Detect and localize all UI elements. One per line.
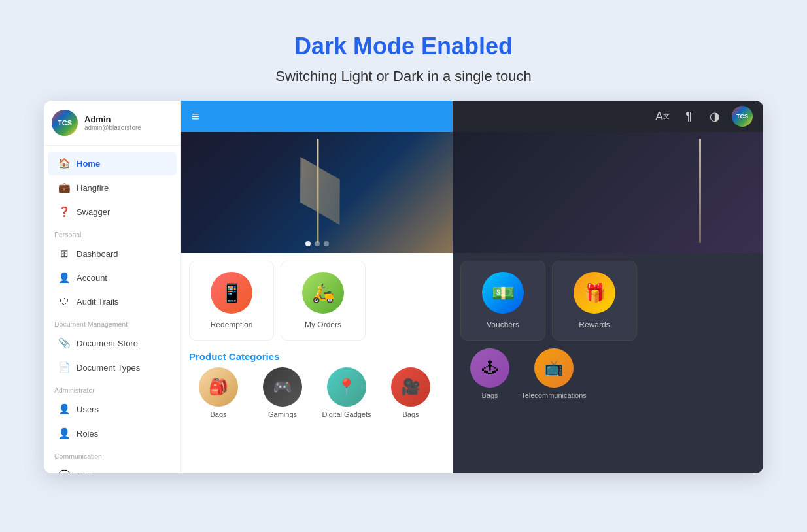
card-redemption[interactable]: 📱 Redemption — [189, 261, 274, 341]
camera-icon: 🎥 — [391, 367, 430, 407]
document-types-icon: 📄 — [58, 361, 70, 373]
hamburger-icon[interactable]: ≡ — [192, 109, 199, 124]
right-pane-dark: A文 ¶ ◑ TCS 💵 Vouchers — [453, 101, 763, 473]
page-subtitle: Switching Light or Dark in a single touc… — [275, 68, 531, 85]
rewards-label: Rewards — [579, 320, 610, 329]
sidebar-nav: 🏠 Home 💼 Hangfire ❓ Swagger Personal ⊞ D… — [44, 146, 180, 473]
sidebar-item-home[interactable]: 🏠 Home — [48, 152, 177, 175]
sidebar-item-swagger[interactable]: ❓ Swagger — [48, 200, 177, 224]
page-title: Dark Mode Enabled — [294, 33, 513, 60]
sidebar-item-users[interactable]: 👤 Users — [48, 397, 177, 421]
gameboy-icon: 🕹 — [470, 348, 509, 388]
gamings-icon: 🎮 — [263, 367, 302, 407]
card-vouchers[interactable]: 💵 Vouchers — [460, 261, 545, 341]
topbar-avatar[interactable]: TCS — [732, 106, 753, 127]
redemption-label: Redemption — [211, 320, 253, 329]
sidebar: TCS Admin admin@blazorstore 🏠 Home 💼 Han… — [44, 101, 181, 473]
topbar-light: ≡ — [181, 101, 453, 132]
hero-banner-dark — [453, 132, 763, 253]
cat-digital-gadgets[interactable]: 📍 Digital Gadgets — [317, 367, 376, 418]
app-window: TCS Admin admin@blazorstore 🏠 Home 💼 Han… — [44, 101, 763, 473]
cat-gameboy[interactable]: 🕹 Bags — [460, 348, 519, 399]
dot-1[interactable] — [305, 241, 311, 246]
hero-banner-light — [181, 132, 453, 253]
cards-section-light: 📱 Redemption 🛵 My Orders — [181, 253, 453, 348]
section-personal: Personal — [44, 224, 180, 241]
telecom-icon: 📺 — [534, 348, 574, 388]
my-orders-icon: 🛵 — [302, 272, 344, 314]
card-rewards[interactable]: 🎁 Rewards — [552, 261, 637, 341]
account-icon: 👤 — [58, 272, 70, 284]
bags-label: Bags — [210, 410, 226, 418]
dark-mode-icon[interactable]: ◑ — [706, 107, 724, 125]
telecommunications-label: Telecommunications — [521, 391, 587, 399]
outer-container: Dark Mode Enabled Switching Light or Dar… — [13, 13, 794, 519]
camera-bags-label: Bags — [402, 410, 419, 418]
users-icon: 👤 — [58, 403, 70, 415]
home-icon: 🏠 — [58, 158, 70, 169]
profile-name: Admin — [84, 114, 141, 124]
section-document-management: Document Management — [44, 314, 180, 331]
topbar-dark: A文 ¶ ◑ TCS — [453, 101, 763, 132]
cat-camera-bags[interactable]: 🎥 Bags — [381, 367, 440, 418]
hangfire-icon: 💼 — [58, 182, 70, 193]
left-pane-light: ≡ 📱 Redemption 🛵 — [181, 101, 453, 473]
profile-info: Admin admin@blazorstore — [84, 114, 141, 131]
section-communication: Communication — [44, 446, 180, 463]
document-store-icon: 📎 — [58, 337, 70, 349]
vouchers-icon: 💵 — [482, 272, 524, 314]
paragraph-icon[interactable]: ¶ — [679, 107, 698, 125]
card-my-orders[interactable]: 🛵 My Orders — [281, 261, 366, 341]
sidebar-item-audit-trails[interactable]: 🛡 Audit Trails — [48, 290, 177, 313]
cards-section-dark: 💵 Vouchers 🎁 Rewards — [453, 253, 763, 348]
translate-icon[interactable]: A文 — [653, 107, 672, 125]
dot-2[interactable] — [315, 241, 320, 246]
audit-icon: 🛡 — [58, 296, 70, 307]
feather-dark — [699, 139, 701, 243]
bags-icon: 🎒 — [199, 367, 238, 407]
sidebar-profile: TCS Admin admin@blazorstore — [44, 101, 180, 146]
dashboard-icon: ⊞ — [58, 248, 70, 259]
profile-email: admin@blazorstore — [84, 124, 141, 131]
section-administrator: Administrator — [44, 380, 180, 397]
sidebar-item-document-store[interactable]: 📎 Document Store — [48, 331, 177, 355]
sidebar-item-document-types[interactable]: 📄 Document Types — [48, 356, 177, 379]
rewards-icon: 🎁 — [574, 272, 615, 314]
cat-gamings[interactable]: 🎮 Gamings — [253, 367, 312, 418]
product-categories-title: Product Categories — [181, 348, 453, 367]
digital-gadgets-icon: 📍 — [327, 367, 366, 407]
swagger-icon: ❓ — [58, 206, 70, 218]
cat-bags[interactable]: 🎒 Bags — [189, 367, 248, 418]
carousel-dots — [305, 241, 329, 246]
sidebar-item-chat[interactable]: 💬 Chat — [48, 463, 177, 473]
sidebar-item-dashboard[interactable]: ⊞ Dashboard — [48, 242, 177, 265]
vouchers-label: Vouchers — [487, 320, 519, 329]
digital-gadgets-label: Digital Gadgets — [322, 410, 371, 418]
gamings-label: Gamings — [268, 410, 297, 418]
dot-3[interactable] — [324, 241, 329, 246]
avatar: TCS — [52, 110, 78, 136]
categories-grid-dark: 🕹 Bags 📺 Telecommunications — [453, 348, 763, 407]
gameboy-bags-label: Bags — [481, 391, 498, 399]
roles-icon: 👤 — [58, 427, 70, 439]
main-area: ≡ 📱 Redemption 🛵 — [181, 101, 763, 473]
my-orders-label: My Orders — [305, 320, 341, 329]
chat-icon: 💬 — [58, 469, 70, 473]
cat-telecommunications[interactable]: 📺 Telecommunications — [524, 348, 583, 399]
sidebar-item-hangfire[interactable]: 💼 Hangfire — [48, 176, 177, 199]
sidebar-item-account[interactable]: 👤 Account — [48, 266, 177, 290]
categories-grid-light: 🎒 Bags 🎮 Gamings 📍 Digital Gadgets 🎥 Bag… — [181, 367, 453, 426]
sidebar-item-roles[interactable]: 👤 Roles — [48, 422, 177, 445]
feather-decoration — [317, 139, 318, 243]
redemption-icon: 📱 — [211, 272, 252, 314]
